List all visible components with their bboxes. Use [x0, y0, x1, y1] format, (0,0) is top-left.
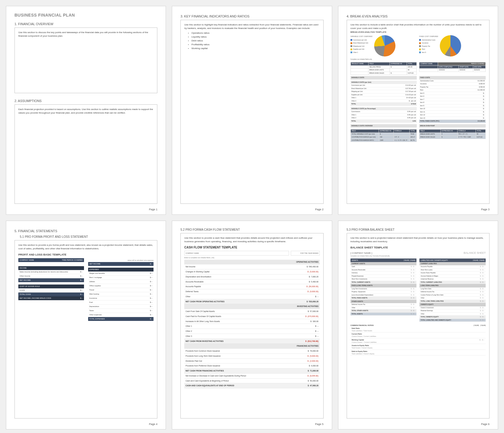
table-row: Current Portion of Long-Term Debt$ – $ –: [419, 294, 486, 297]
legend-item: Direct Material per Unit: [350, 42, 372, 44]
section-5-title: 5. FINANCIAL STATEMENTS: [14, 229, 157, 233]
table-row: Item 11$ -: [419, 111, 486, 114]
legend-item: Property Tax: [419, 45, 438, 48]
page-grid: BUSINESS FINANCIAL PLAN 1. FINANCIAL OVE…: [6, 6, 498, 429]
label: TOTAL FIXED COSTS (TFC): [420, 120, 439, 122]
table-row: Item 9$ -: [419, 104, 486, 108]
table-row: Inventory$ – $ –: [350, 272, 417, 275]
table-row: Item 8$ -: [419, 101, 486, 104]
table-row: Item 6$ -: [419, 95, 486, 98]
year-ended-field: FOR THE YEAR ENDED: [291, 251, 320, 256]
table-row: Unearned Revenue$ – $ –: [419, 278, 486, 281]
cur: $: [308, 375, 309, 377]
year: [YEAR]: [474, 324, 479, 326]
cf-note: Enter to complete non-shaded fields, onl…: [184, 256, 319, 259]
total-label: NET CASH FROM INVESTING ACTIVITIES: [184, 339, 299, 344]
td: $: [390, 72, 407, 75]
fc-column: FIXED COSTS Administrative Costs$ 2,500.…: [419, 75, 486, 123]
td: $: [390, 65, 407, 69]
table-row: Shipping per Unit$ 17.29 per unit: [350, 90, 417, 93]
table-row: Insurance$ –: [88, 296, 154, 300]
fixed-cost-pie-block: FIXED COST OVERVIEW Administrative Costs…: [419, 35, 486, 56]
table-row: Accounts Payable$ – $ –: [419, 265, 486, 269]
td: SELLING PRICE: [368, 65, 390, 69]
pl-right: values will be calculated once expenses …: [88, 258, 154, 321]
table-row: Changes In Working Capital$ (5,000.00): [184, 269, 319, 274]
td: 00/00/00: [458, 69, 473, 72]
table-row: Supplies per Unit$ 16.33 per unit: [350, 93, 417, 97]
table-row: Item 12$ -: [419, 114, 486, 117]
th: TOTAL: [409, 130, 417, 133]
table-row: Item 5$ -: [419, 92, 486, 95]
table-row: Proceeds from Long-Term Debt Issuance$ (…: [184, 353, 319, 358]
page-number: Page 4: [149, 423, 158, 426]
company-placeholder: [ COMPANY NAME ]: [350, 251, 372, 255]
th: FIELD: [419, 130, 440, 133]
th: EXPRESSED AS: [390, 62, 407, 66]
table-row: Dividends Paid Out$ (2,000.00): [184, 358, 319, 363]
cur: $: [307, 300, 308, 303]
td: X * P = TFC / CMR: [457, 136, 476, 139]
hdr: TIME PERIOD COVERED: [62, 259, 83, 261]
table-row: Rent$ 2,550.00: [419, 89, 486, 92]
td: 9,374.32: [407, 72, 417, 75]
income-hdr: INCOME: [18, 266, 84, 270]
bep-title: BREAK-EVEN POINT: [419, 124, 486, 128]
cogs-hdr: COST OF GOODS SOLD: [18, 285, 84, 288]
page-number: Page 6: [481, 423, 490, 426]
val: 533,600.20: [309, 300, 319, 303]
table-row: Wages and benefits$ –: [88, 272, 154, 276]
table-row: (Less Accumulated Depreciation)$ – $ –: [350, 294, 417, 297]
td: [393, 133, 409, 136]
section-4-box: Use this section to include a table and/…: [347, 20, 490, 204]
tot: TOTAL CURRENT LIABILITIES: [421, 281, 478, 284]
year: [YEAR]: [479, 259, 484, 261]
vco-summary: VARIABLE COSTS OVERVIEW FIELD EXPRESSED …: [350, 123, 417, 142]
th: EXPRESSED AS: [379, 130, 393, 133]
table-row: Proceeds from Preferred Stock Issuance$ …: [184, 363, 319, 369]
table-row: Other 3$ –: [184, 334, 319, 339]
val: (612,700.00): [308, 340, 319, 342]
table-row: Increases In All Other Long-Term Assets$…: [184, 319, 319, 324]
td: 00/00/00: [438, 69, 458, 72]
page-number: Page 3: [481, 208, 490, 211]
row: NET INCOME | INCOME MINUS COGS: [20, 297, 51, 300]
td: BREAK-EVEN SALES: [368, 72, 390, 75]
ratio-row: Debt-to-Equity RatioTotal Liabilities / …: [350, 350, 486, 356]
table-row: Other$ – $ –: [419, 297, 486, 300]
row-label: Net Increase or Decrease in Cash and Cas…: [184, 373, 299, 378]
year: [YEAR]: [404, 259, 409, 261]
td: BREAK-EVEN UNITS: [419, 133, 440, 136]
table-row: Other 10.0% per unit: [350, 114, 417, 117]
table-row: Other 2$ –: [184, 329, 319, 334]
table-row: Travel$ –: [88, 288, 154, 292]
table-row: Short-Term Investments$ – $ –: [350, 278, 417, 281]
expenses-hdr: EXPENSES: [88, 268, 154, 272]
vc-pct-header: VARIABLE COSTS (as Percentage): [350, 107, 417, 111]
legend-item: Rent: [419, 48, 438, 51]
table-row: Net Income$ 590,400.00: [184, 264, 319, 269]
table-row: Other$ – $ –: [350, 306, 417, 310]
label: TOTAL: [351, 120, 356, 122]
td: BREAK-EVEN UNITS: [368, 69, 390, 72]
table-row: Prepaid Expenses$ – $ –: [350, 275, 417, 278]
list-item: Operations ratios: [191, 31, 319, 35]
list-item: Liquidity ratios: [191, 35, 319, 39]
th: EXPRESSED AS: [440, 130, 457, 133]
val: 56,000.00: [310, 380, 319, 382]
th: FIELD: [368, 62, 390, 66]
fa-hdr: FIXED (LONG-TERM) ASSETS: [350, 284, 417, 287]
td: $: [379, 133, 393, 136]
total-label: NET CASH FROM FINANCING ACTIVITIES: [184, 369, 299, 374]
cur: $: [308, 380, 309, 382]
ratios-title: COMMON FINANCIAL RATIOS: [350, 324, 374, 327]
row: TOTAL COGS: [20, 293, 31, 296]
product-table: PRODUCT NAME FIELD EXPRESSED AS TOTAL SE…: [350, 60, 417, 75]
section-5-3-box: Use this section to add a projected bala…: [347, 233, 490, 419]
legend-item: Administrative Costs: [419, 39, 438, 41]
table-row: Other 1$ –: [184, 324, 319, 329]
td: 00/00/00: [473, 69, 485, 72]
val: 6,250.00: [479, 120, 485, 122]
company-name-field: COMPANY NAME: [184, 251, 289, 256]
th: END DATE: [473, 65, 485, 69]
